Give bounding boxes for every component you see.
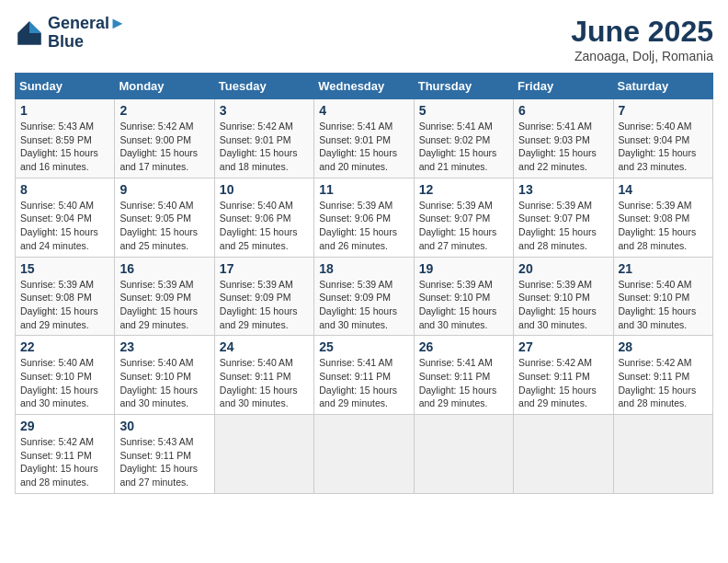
day-number: 2 — [119, 103, 209, 118]
calendar-cell: 28 Sunrise: 5:42 AM Sunset: 9:11 PM Dayl… — [613, 336, 712, 415]
day-number: 13 — [518, 182, 608, 197]
calendar-week-row: 15 Sunrise: 5:39 AM Sunset: 9:08 PM Dayl… — [16, 257, 713, 336]
calendar-cell: 29 Sunrise: 5:42 AM Sunset: 9:11 PM Dayl… — [16, 415, 115, 494]
calendar-cell: 7 Sunrise: 5:40 AM Sunset: 9:04 PM Dayli… — [613, 99, 712, 178]
day-info: Sunrise: 5:41 AM Sunset: 9:03 PM Dayligh… — [518, 120, 608, 174]
day-number: 6 — [518, 103, 608, 118]
day-number: 26 — [419, 339, 508, 354]
calendar-cell — [514, 415, 613, 494]
calendar-cell: 27 Sunrise: 5:42 AM Sunset: 9:11 PM Dayl… — [514, 336, 613, 415]
day-number: 14 — [619, 182, 708, 197]
day-info: Sunrise: 5:40 AM Sunset: 9:04 PM Dayligh… — [20, 199, 109, 253]
calendar-cell: 11 Sunrise: 5:39 AM Sunset: 9:06 PM Dayl… — [314, 178, 414, 257]
calendar-cell: 16 Sunrise: 5:39 AM Sunset: 9:09 PM Dayl… — [115, 257, 214, 336]
day-info: Sunrise: 5:39 AM Sunset: 9:10 PM Dayligh… — [419, 278, 508, 332]
day-number: 4 — [319, 103, 408, 118]
day-number: 25 — [319, 339, 408, 354]
day-number: 16 — [119, 261, 209, 276]
day-info: Sunrise: 5:41 AM Sunset: 9:11 PM Dayligh… — [319, 356, 408, 410]
day-info: Sunrise: 5:40 AM Sunset: 9:10 PM Dayligh… — [619, 278, 708, 332]
day-number: 11 — [319, 182, 408, 197]
header-friday: Friday — [514, 74, 613, 99]
page-header: General► Blue June 2025 Zanoaga, Dolj, R… — [15, 15, 713, 63]
calendar-cell: 21 Sunrise: 5:40 AM Sunset: 9:10 PM Dayl… — [613, 257, 712, 336]
calendar-cell: 1 Sunrise: 5:43 AM Sunset: 8:59 PM Dayli… — [16, 99, 115, 178]
day-number: 23 — [119, 339, 209, 354]
title-block: June 2025 Zanoaga, Dolj, Romania — [571, 15, 713, 63]
day-number: 7 — [619, 103, 708, 118]
calendar-cell: 23 Sunrise: 5:40 AM Sunset: 9:10 PM Dayl… — [115, 336, 214, 415]
day-info: Sunrise: 5:43 AM Sunset: 9:11 PM Dayligh… — [119, 435, 209, 489]
day-info: Sunrise: 5:41 AM Sunset: 9:01 PM Dayligh… — [319, 120, 408, 174]
calendar-cell: 19 Sunrise: 5:39 AM Sunset: 9:10 PM Dayl… — [414, 257, 513, 336]
day-info: Sunrise: 5:42 AM Sunset: 9:11 PM Dayligh… — [20, 435, 109, 489]
day-number: 24 — [220, 339, 309, 354]
day-number: 30 — [119, 419, 209, 433]
calendar-cell — [414, 415, 513, 494]
calendar-cell: 14 Sunrise: 5:39 AM Sunset: 9:08 PM Dayl… — [613, 178, 712, 257]
calendar-cell: 3 Sunrise: 5:42 AM Sunset: 9:01 PM Dayli… — [214, 99, 313, 178]
day-info: Sunrise: 5:39 AM Sunset: 9:09 PM Dayligh… — [119, 278, 209, 332]
calendar-cell: 26 Sunrise: 5:41 AM Sunset: 9:11 PM Dayl… — [414, 336, 513, 415]
day-info: Sunrise: 5:39 AM Sunset: 9:08 PM Dayligh… — [20, 278, 109, 332]
day-info: Sunrise: 5:42 AM Sunset: 9:11 PM Dayligh… — [619, 356, 708, 410]
calendar-cell: 8 Sunrise: 5:40 AM Sunset: 9:04 PM Dayli… — [16, 178, 115, 257]
day-number: 21 — [619, 261, 708, 276]
day-number: 29 — [20, 419, 109, 433]
day-number: 10 — [220, 182, 309, 197]
month-title: June 2025 — [571, 15, 713, 49]
day-info: Sunrise: 5:39 AM Sunset: 9:07 PM Dayligh… — [518, 199, 608, 253]
day-info: Sunrise: 5:43 AM Sunset: 8:59 PM Dayligh… — [20, 120, 109, 174]
day-info: Sunrise: 5:39 AM Sunset: 9:08 PM Dayligh… — [619, 199, 708, 253]
logo-icon — [15, 18, 44, 48]
calendar-cell — [214, 415, 313, 494]
day-number: 18 — [319, 261, 408, 276]
calendar-cell: 9 Sunrise: 5:40 AM Sunset: 9:05 PM Dayli… — [115, 178, 214, 257]
header-saturday: Saturday — [613, 74, 712, 99]
calendar-cell: 25 Sunrise: 5:41 AM Sunset: 9:11 PM Dayl… — [314, 336, 414, 415]
day-number: 3 — [220, 103, 309, 118]
svg-marker-1 — [29, 21, 41, 33]
calendar-week-row: 8 Sunrise: 5:40 AM Sunset: 9:04 PM Dayli… — [16, 178, 713, 257]
day-info: Sunrise: 5:39 AM Sunset: 9:10 PM Dayligh… — [518, 278, 608, 332]
header-sunday: Sunday — [16, 74, 115, 99]
header-tuesday: Tuesday — [214, 74, 313, 99]
calendar-cell: 6 Sunrise: 5:41 AM Sunset: 9:03 PM Dayli… — [514, 99, 613, 178]
calendar-header-row: Sunday Monday Tuesday Wednesday Thursday… — [16, 74, 713, 99]
calendar-cell — [613, 415, 712, 494]
logo: General► Blue — [15, 15, 126, 52]
day-info: Sunrise: 5:42 AM Sunset: 9:00 PM Dayligh… — [119, 120, 209, 174]
calendar-cell: 18 Sunrise: 5:39 AM Sunset: 9:09 PM Dayl… — [314, 257, 414, 336]
calendar-cell: 22 Sunrise: 5:40 AM Sunset: 9:10 PM Dayl… — [16, 336, 115, 415]
day-info: Sunrise: 5:39 AM Sunset: 9:09 PM Dayligh… — [220, 278, 309, 332]
day-info: Sunrise: 5:40 AM Sunset: 9:06 PM Dayligh… — [220, 199, 309, 253]
day-number: 12 — [419, 182, 508, 197]
calendar-cell: 10 Sunrise: 5:40 AM Sunset: 9:06 PM Dayl… — [214, 178, 313, 257]
day-info: Sunrise: 5:42 AM Sunset: 9:11 PM Dayligh… — [518, 356, 608, 410]
calendar-cell: 5 Sunrise: 5:41 AM Sunset: 9:02 PM Dayli… — [414, 99, 513, 178]
day-number: 27 — [518, 339, 608, 354]
day-info: Sunrise: 5:39 AM Sunset: 9:06 PM Dayligh… — [319, 199, 408, 253]
svg-marker-2 — [17, 21, 29, 33]
day-number: 1 — [20, 103, 109, 118]
calendar-cell: 30 Sunrise: 5:43 AM Sunset: 9:11 PM Dayl… — [115, 415, 214, 494]
day-info: Sunrise: 5:40 AM Sunset: 9:05 PM Dayligh… — [119, 199, 209, 253]
calendar-week-row: 1 Sunrise: 5:43 AM Sunset: 8:59 PM Dayli… — [16, 99, 713, 178]
calendar-cell: 15 Sunrise: 5:39 AM Sunset: 9:08 PM Dayl… — [16, 257, 115, 336]
day-info: Sunrise: 5:40 AM Sunset: 9:04 PM Dayligh… — [619, 120, 708, 174]
day-number: 22 — [20, 339, 109, 354]
day-info: Sunrise: 5:40 AM Sunset: 9:11 PM Dayligh… — [220, 356, 309, 410]
day-number: 8 — [20, 182, 109, 197]
day-number: 9 — [119, 182, 209, 197]
calendar-week-row: 29 Sunrise: 5:42 AM Sunset: 9:11 PM Dayl… — [16, 415, 713, 494]
day-number: 15 — [20, 261, 109, 276]
day-info: Sunrise: 5:39 AM Sunset: 9:07 PM Dayligh… — [419, 199, 508, 253]
calendar-cell — [314, 415, 414, 494]
location: Zanoaga, Dolj, Romania — [571, 49, 713, 63]
day-info: Sunrise: 5:41 AM Sunset: 9:02 PM Dayligh… — [419, 120, 508, 174]
calendar-cell: 20 Sunrise: 5:39 AM Sunset: 9:10 PM Dayl… — [514, 257, 613, 336]
day-number: 17 — [220, 261, 309, 276]
calendar-cell: 2 Sunrise: 5:42 AM Sunset: 9:00 PM Dayli… — [115, 99, 214, 178]
header-thursday: Thursday — [414, 74, 513, 99]
day-number: 28 — [619, 339, 708, 354]
